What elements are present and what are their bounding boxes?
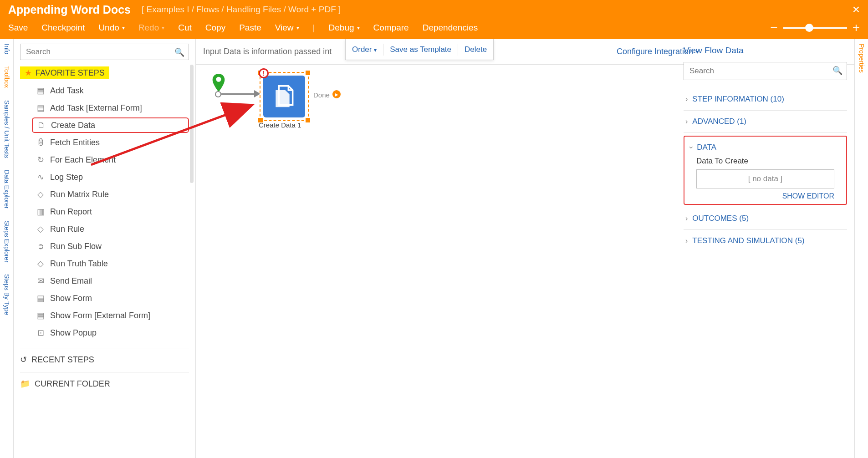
step-create-data[interactable]: 🗋Create Data (32, 117, 189, 133)
step-run-sub-flow[interactable]: ➲Run Sub Flow (32, 239, 189, 254)
data-to-create-field[interactable]: [ no data ] (696, 169, 834, 188)
redo-button[interactable]: Redo▾ (138, 23, 164, 33)
accordion-label: ADVANCED (1) (692, 117, 746, 126)
context-dropdown: Order ▾ Save as Template Delete (345, 39, 494, 60)
step-label: Run Sub Flow (50, 242, 102, 251)
close-icon[interactable]: × (853, 2, 860, 17)
step-label: Add Task (50, 86, 84, 96)
delete-button[interactable]: Delete (465, 45, 487, 54)
cut-button[interactable]: Cut (178, 23, 192, 33)
debug-button[interactable]: Debug▾ (329, 23, 360, 33)
chevron-right-icon: › (685, 117, 688, 126)
zoom-slider[interactable] (783, 27, 847, 29)
resize-handle[interactable] (306, 71, 310, 75)
properties-search-input[interactable] (684, 62, 847, 80)
accordion-data[interactable]: ›DATA (690, 141, 841, 157)
current-folder-header[interactable]: 📁CURRENT FOLDER (20, 372, 189, 389)
save-button[interactable]: Save (8, 23, 28, 33)
header-top: Appending Word Docs [ Examples I / Flows… (0, 0, 868, 16)
resize-handle[interactable] (306, 118, 310, 122)
form-icon: ▤ (36, 293, 46, 303)
accordion-step-info[interactable]: ›STEP INFORMATION (10) (684, 88, 847, 111)
done-label: Done (313, 91, 330, 99)
menu-separator: | (313, 23, 315, 33)
redo-label: Redo (138, 23, 159, 33)
chevron-down-icon: ▾ (374, 47, 377, 53)
main-menu: Save Checkpoint Undo▾ Redo▾ Cut Copy Pas… (0, 16, 868, 39)
accordion-outcomes[interactable]: ›OUTCOMES (5) (684, 208, 847, 230)
step-add-task-external[interactable]: ▤Add Task [External Form] (32, 100, 189, 116)
scrollbar-thumb[interactable] (190, 65, 194, 183)
chevron-down-icon: ▾ (296, 25, 299, 31)
step-run-matrix[interactable]: ◇Run Matrix Rule (32, 187, 189, 202)
step-for-each[interactable]: ↻For Each Element (32, 152, 189, 168)
step-send-email[interactable]: ✉Send Email (32, 273, 189, 289)
header-bar: Appending Word Docs [ Examples I / Flows… (0, 0, 868, 39)
rail-toolbox[interactable]: Toolbox (3, 64, 10, 90)
search-icon[interactable]: 🔍 (832, 66, 842, 76)
step-run-truth[interactable]: ◇Run Truth Table (32, 256, 189, 271)
history-icon: ↺ (20, 355, 27, 365)
favorite-steps-list: ▤Add Task ▤Add Task [External Form] 🗋Cre… (20, 83, 189, 341)
rail-steps-explorer[interactable]: Steps Explorer (3, 219, 10, 265)
accordion-label: TESTING AND SIMULATION (5) (692, 236, 804, 245)
toolbox-search-input[interactable] (20, 44, 189, 60)
accordion-label: OUTCOMES (5) (692, 214, 749, 223)
rail-properties[interactable]: Properties (858, 42, 865, 75)
report-icon: ▥ (36, 207, 46, 217)
checkpoint-button[interactable]: Checkpoint (41, 23, 85, 33)
chevron-down-icon: ▾ (122, 25, 125, 31)
properties-title: View Flow Data (684, 46, 847, 56)
warning-icon[interactable]: ! (259, 68, 269, 78)
rail-data-explorer[interactable]: Data Explorer (3, 168, 10, 211)
start-connector[interactable] (215, 91, 221, 97)
form-icon: ▤ (36, 103, 46, 113)
accordion-advanced[interactable]: ›ADVANCED (1) (684, 111, 847, 133)
toolbox-panel: 🔍 ★ FAVORITE STEPS ▤Add Task ▤Add Task [… (14, 39, 196, 458)
step-label: Add Task [External Form] (50, 103, 142, 113)
save-template-button[interactable]: Save as Template (390, 45, 451, 54)
step-fetch-entities[interactable]: 🛢Fetch Entities (32, 135, 189, 150)
undo-button[interactable]: Undo▾ (98, 23, 124, 33)
paste-button[interactable]: Paste (239, 23, 261, 33)
page-title: Appending Word Docs (8, 3, 131, 16)
step-add-task[interactable]: ▤Add Task (32, 83, 189, 98)
slider-thumb[interactable] (805, 24, 813, 32)
dependencies-button[interactable]: Dependencies (423, 23, 478, 33)
rail-steps-by-type[interactable]: Steps By Type (3, 272, 10, 317)
right-rail: Properties (854, 39, 868, 458)
chevron-down-icon: ▾ (357, 25, 360, 31)
rail-samples[interactable]: Samples / Unit Tests (3, 98, 10, 160)
view-button[interactable]: View▾ (275, 23, 299, 33)
accordion-testing[interactable]: ›TESTING AND SIMULATION (5) (684, 230, 847, 252)
step-show-form[interactable]: ▤Show Form (32, 290, 189, 306)
props-search-wrap: 🔍 (684, 62, 847, 80)
step-show-form-ext[interactable]: ▤Show Form [External Form] (32, 308, 189, 323)
edge-line (221, 93, 257, 95)
favorite-steps-header: ★ FAVORITE STEPS (20, 66, 109, 79)
chevron-down-icon: › (687, 146, 695, 148)
step-log[interactable]: ∿Log Step (32, 169, 189, 185)
order-dropdown[interactable]: Order ▾ (352, 45, 377, 54)
zoom-in-button[interactable]: + (853, 20, 860, 35)
left-rail: Info Toolbox Samples / Unit Tests Data E… (0, 39, 14, 458)
node-icon (263, 76, 305, 117)
step-show-popup[interactable]: ⊡Show Popup (32, 325, 189, 341)
step-run-report[interactable]: ▥Run Report (32, 204, 189, 219)
chevron-right-icon: › (685, 237, 688, 245)
compare-button[interactable]: Compare (373, 23, 409, 33)
zoom-out-button[interactable]: − (770, 20, 777, 35)
step-run-rule[interactable]: ◇Run Rule (32, 221, 189, 237)
show-editor-link[interactable]: SHOW EDITOR (690, 192, 834, 200)
popup-icon: ⊡ (36, 328, 46, 338)
view-label: View (275, 23, 294, 33)
step-label: Show Popup (50, 328, 97, 338)
search-icon[interactable]: 🔍 (174, 47, 184, 57)
diamond-icon: ◇ (36, 259, 46, 269)
recent-steps-header[interactable]: ↺RECENT STEPS (20, 348, 189, 365)
rail-info[interactable]: Info (3, 42, 10, 56)
copy-button[interactable]: Copy (205, 23, 225, 33)
node-create-data[interactable]: ! (260, 72, 309, 121)
form-icon: ▤ (36, 86, 46, 96)
done-connector[interactable]: ▶ (332, 90, 341, 98)
